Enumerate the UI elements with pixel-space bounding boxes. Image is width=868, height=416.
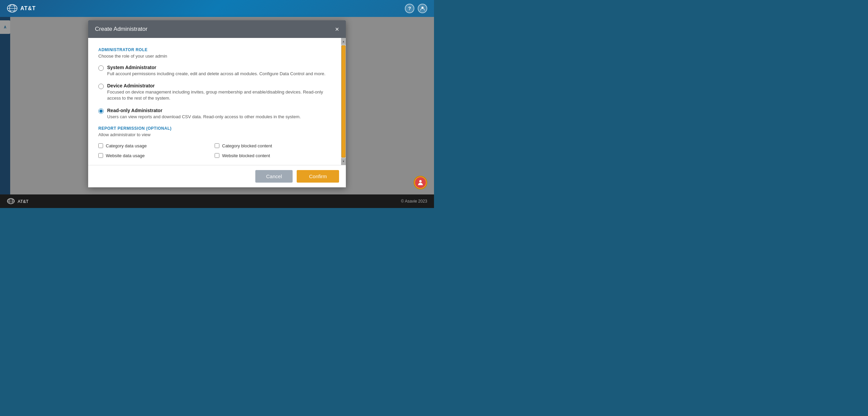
website-data-usage-label[interactable]: Website data usage <box>106 153 145 158</box>
modal-overlay: Create Administrator × ADMINISTRATOR ROL… <box>0 17 434 194</box>
readonly-admin-option: Read-only Administrator Users can view r… <box>98 108 331 120</box>
category-blocked-content-checkbox[interactable] <box>215 143 219 148</box>
website-blocked-content-checkbox[interactable] <box>215 153 219 158</box>
scroll-up-arrow[interactable]: ▲ <box>341 38 346 45</box>
website-blocked-content-label[interactable]: Website blocked content <box>222 153 270 158</box>
att-logo-icon <box>7 3 18 14</box>
copyright-text: © Asavie 2023 <box>401 199 427 204</box>
readonly-admin-radio[interactable] <box>98 108 104 114</box>
system-admin-radio[interactable] <box>98 65 104 71</box>
modal-header: Create Administrator × <box>88 20 346 38</box>
bottom-att-logo-icon <box>7 198 15 205</box>
floating-action-button[interactable] <box>414 176 427 189</box>
help-button[interactable]: ? <box>405 4 414 13</box>
device-admin-title: Device Administrator <box>107 83 331 88</box>
scrollbar-thumb[interactable] <box>341 45 346 158</box>
logo-area: AT&T <box>7 3 36 14</box>
category-blocked-content-option: Category blocked content <box>215 143 331 148</box>
website-data-usage-checkbox[interactable] <box>98 153 103 158</box>
admin-role-label: ADMINISTRATOR ROLE <box>98 47 331 52</box>
device-admin-radio[interactable] <box>98 84 104 89</box>
category-data-usage-option: Category data usage <box>98 143 215 148</box>
website-blocked-content-option: Website blocked content <box>215 153 331 158</box>
category-blocked-content-label[interactable]: Category blocked content <box>222 143 272 148</box>
device-admin-label[interactable]: Device Administrator Focused on device m… <box>107 83 331 101</box>
readonly-admin-title: Read-only Administrator <box>107 108 301 113</box>
bottom-logo-area: AT&T <box>7 198 28 205</box>
device-admin-desc: Focused on device management including i… <box>107 89 331 101</box>
system-admin-label[interactable]: System Administrator Full account permis… <box>107 65 326 77</box>
modal-body: ADMINISTRATOR ROLE Choose the role of yo… <box>88 38 341 165</box>
system-admin-title: System Administrator <box>107 65 326 70</box>
device-admin-option: Device Administrator Focused on device m… <box>98 83 331 101</box>
user-button[interactable] <box>418 4 427 13</box>
fab-icon <box>415 177 426 188</box>
checkbox-grid: Category data usage Category blocked con… <box>98 143 331 158</box>
svg-point-6 <box>419 180 422 183</box>
modal-body-wrapper: ADMINISTRATOR ROLE Choose the role of yo… <box>88 38 346 165</box>
admin-role-subtitle: Choose the role of your user admin <box>98 54 331 59</box>
scrollbar-track: ▲ ▼ <box>341 38 346 165</box>
bottom-bar: AT&T © Asavie 2023 <box>0 194 434 208</box>
create-administrator-modal: Create Administrator × ADMINISTRATOR ROL… <box>88 20 346 187</box>
report-permission-subtitle: Allow administrator to view <box>98 132 331 137</box>
system-admin-option: System Administrator Full account permis… <box>98 65 331 77</box>
report-permission-label: REPORT PERMISSION (OPTIONAL) <box>98 126 331 131</box>
cancel-button[interactable]: Cancel <box>255 170 293 183</box>
system-admin-desc: Full account permissions including creat… <box>107 71 326 77</box>
bottom-brand-name: AT&T <box>18 199 28 204</box>
confirm-button[interactable]: Confirm <box>297 170 339 183</box>
modal-footer: Cancel Confirm <box>88 165 346 187</box>
category-data-usage-checkbox[interactable] <box>98 143 103 148</box>
top-bar-actions: ? <box>405 4 427 13</box>
scroll-down-arrow[interactable]: ▼ <box>341 158 346 165</box>
category-data-usage-label[interactable]: Category data usage <box>106 143 147 148</box>
website-data-usage-option: Website data usage <box>98 153 215 158</box>
brand-name: AT&T <box>20 5 36 12</box>
modal-title: Create Administrator <box>95 26 147 33</box>
readonly-admin-label[interactable]: Read-only Administrator Users can view r… <box>107 108 301 120</box>
top-navigation-bar: AT&T ? <box>0 0 434 17</box>
readonly-admin-desc: Users can view reports and download CSV … <box>107 114 301 120</box>
modal-close-button[interactable]: × <box>335 26 339 33</box>
